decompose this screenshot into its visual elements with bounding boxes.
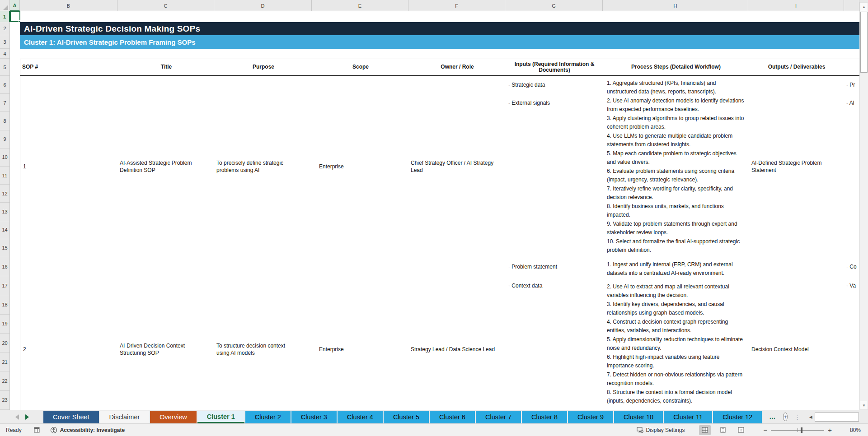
tab-scroll-right-icon[interactable] — [25, 414, 29, 420]
hscroll-track[interactable] — [815, 413, 868, 422]
header-outputs[interactable]: Outputs / Deliverables — [749, 59, 845, 75]
sheet-tab-cluster-12[interactable]: Cluster 12 — [713, 411, 762, 423]
column-header-sliver[interactable] — [844, 0, 859, 11]
vertical-scrollbar[interactable]: ▲ ▼ — [859, 2, 868, 410]
cell-sop-number[interactable]: 2 — [20, 257, 118, 410]
sheet-tab-cluster-6[interactable]: Cluster 6 — [430, 411, 475, 423]
sheet-tab-cluster-1[interactable]: Cluster 1 — [197, 411, 244, 423]
sheet-tab-cluster-4[interactable]: Cluster 4 — [338, 411, 383, 423]
more-sheets-indicator[interactable]: … — [769, 413, 776, 420]
tab-splitter-handle[interactable]: ⋮ — [795, 414, 801, 421]
zoom-percentage[interactable]: 80% — [840, 427, 861, 433]
cell-scope[interactable]: Enterprise — [312, 257, 409, 410]
cell-process-steps[interactable]: 1. Ingest and unify internal (ERP, CRM) … — [603, 257, 749, 410]
header-owner[interactable]: Owner / Role — [409, 59, 506, 75]
cell-owner[interactable]: Strategy Lead / Data Science Lead — [409, 257, 506, 410]
sheet-tab-cover-sheet[interactable]: Cover Sheet — [43, 411, 99, 423]
cell-inputs[interactable]: - Problem statement- Context data — [506, 257, 603, 410]
row-header-1[interactable]: 1 — [0, 11, 10, 22]
row-header-11[interactable]: 11 — [0, 167, 9, 185]
column-header-d[interactable]: D — [214, 0, 312, 11]
row-header-12[interactable]: 12 — [0, 185, 9, 203]
cell-scope[interactable]: Enterprise — [312, 76, 409, 257]
new-sheet-button[interactable]: + — [783, 413, 788, 421]
sheet-title-cell[interactable]: AI-Driven Strategic Decision Making SOPs — [20, 22, 859, 35]
row-header-3[interactable]: 3 — [0, 35, 9, 49]
header-title[interactable]: Title — [118, 59, 215, 75]
row-header-8[interactable]: 8 — [0, 112, 9, 130]
worksheet[interactable]: 1234567891011121314151617181920212223 AI… — [0, 11, 859, 410]
row-header-21[interactable]: 21 — [0, 353, 9, 371]
cluster-banner-cell[interactable]: Cluster 1: AI-Driven Strategic Problem F… — [20, 35, 859, 49]
sheet-tab-cluster-9[interactable]: Cluster 9 — [568, 411, 613, 423]
cell-owner[interactable]: Chief Strategy Officer / AI Strategy Lea… — [409, 76, 506, 257]
cell-sop-number[interactable]: 1 — [20, 76, 118, 257]
row-header-2[interactable]: 2 — [0, 22, 9, 35]
row-header-19[interactable]: 19 — [0, 315, 9, 334]
zoom-slider-thumb[interactable] — [801, 427, 802, 433]
row-header-22[interactable]: 22 — [0, 371, 9, 390]
zoom-in-button[interactable]: + — [824, 426, 835, 434]
row-header-5[interactable]: 5 — [0, 59, 9, 76]
row-header-15[interactable]: 15 — [0, 239, 9, 257]
row-header-4[interactable]: 4 — [0, 49, 9, 59]
cell-inputs[interactable]: - Strategic data- External signals — [506, 76, 603, 257]
row-header-20[interactable]: 20 — [0, 334, 9, 353]
sheet-tab-cluster-8[interactable]: Cluster 8 — [522, 411, 567, 423]
row-header-17[interactable]: 17 — [0, 276, 9, 295]
zoom-out-button[interactable]: − — [760, 426, 771, 434]
column-header-a[interactable]: A — [10, 0, 20, 11]
display-settings-button[interactable]: Display Settings — [637, 427, 685, 433]
column-header-c[interactable]: C — [117, 0, 214, 11]
header-purpose[interactable]: Purpose — [215, 59, 312, 75]
row-header-23[interactable]: 23 — [0, 391, 9, 410]
row-header-9[interactable]: 9 — [0, 130, 9, 148]
sheet-tab-cluster-7[interactable]: Cluster 7 — [476, 411, 521, 423]
sheet-tab-cluster-5[interactable]: Cluster 5 — [384, 411, 429, 423]
sheet-tab-cluster-3[interactable]: Cluster 3 — [291, 411, 337, 423]
row-header-10[interactable]: 10 — [0, 148, 9, 167]
page-layout-view-button[interactable] — [717, 425, 729, 435]
sheet-tab-cluster-11[interactable]: Cluster 11 — [664, 411, 712, 423]
macro-record-icon[interactable] — [34, 427, 40, 433]
cell-title[interactable]: AI-Assisted Strategic Problem Definition… — [118, 76, 215, 257]
cell-title[interactable]: AI-Driven Decision Context Structuring S… — [118, 257, 215, 410]
row-header-7[interactable]: 7 — [0, 94, 9, 112]
cell-clipped-next-column[interactable]: - Pr- Al — [845, 76, 859, 257]
row-header-18[interactable]: 18 — [0, 295, 9, 314]
cell-purpose[interactable]: To precisely define strategic problems u… — [215, 76, 312, 257]
sheet-tab-cluster-2[interactable]: Cluster 2 — [245, 411, 291, 423]
header-scope[interactable]: Scope — [312, 59, 409, 75]
scroll-up-icon[interactable]: ▲ — [860, 2, 868, 11]
selected-cell-a1[interactable] — [10, 11, 20, 22]
cell-purpose[interactable]: To structure decision context using AI m… — [215, 257, 312, 410]
zoom-slider[interactable] — [771, 427, 824, 433]
select-all-corner[interactable] — [0, 0, 10, 11]
column-header-g[interactable]: G — [505, 0, 603, 11]
header-process-steps[interactable]: Process Steps (Detailed Workflow) — [603, 59, 749, 75]
cell-outputs[interactable]: Decision Context Model — [749, 257, 845, 410]
row-header-16[interactable]: 16 — [0, 257, 9, 276]
row-header-13[interactable]: 13 — [0, 203, 9, 221]
sheet-tab-overview[interactable]: Overview — [150, 411, 196, 423]
column-header-f[interactable]: F — [408, 0, 505, 11]
page-break-preview-button[interactable] — [735, 425, 747, 435]
row-header-6[interactable]: 6 — [0, 76, 9, 94]
accessibility-status[interactable]: Accessibility: Investigate — [50, 427, 125, 434]
cell-process-steps[interactable]: 1. Aggregate structured (KPIs, financial… — [603, 76, 749, 257]
row-header-14[interactable]: 14 — [0, 221, 9, 239]
cell-clipped-next-column[interactable]: - Co- Va — [845, 257, 859, 410]
horizontal-scroll-thumb[interactable] — [815, 413, 859, 422]
hscroll-left-icon[interactable]: ◀ — [807, 415, 815, 419]
header-sop[interactable]: SOP # — [20, 59, 118, 75]
header-inputs[interactable]: Inputs (Required Information & Documents… — [506, 59, 603, 75]
sheet-tab-disclaimer[interactable]: Disclaimer — [100, 411, 150, 423]
column-header-b[interactable]: B — [20, 0, 117, 11]
scroll-down-icon[interactable]: ▼ — [860, 401, 868, 410]
column-header-h[interactable]: H — [603, 0, 748, 11]
vertical-scroll-thumb[interactable] — [860, 12, 868, 73]
normal-view-button[interactable] — [699, 425, 711, 435]
sheet-tab-cluster-10[interactable]: Cluster 10 — [614, 411, 663, 423]
column-header-i[interactable]: I — [748, 0, 844, 11]
column-header-e[interactable]: E — [312, 0, 408, 11]
